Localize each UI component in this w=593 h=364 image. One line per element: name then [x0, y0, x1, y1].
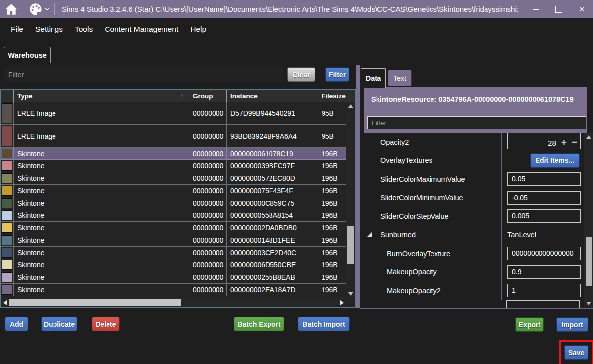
table-vertical-scrollbar[interactable] — [346, 102, 355, 298]
value-input[interactable]: -0.05 — [507, 191, 581, 205]
numeric-stepper[interactable]: 28 + − — [507, 133, 581, 149]
table-row[interactable]: Skintone 00000000 000000000C859C75 196B — [1, 197, 346, 209]
value-input[interactable]: 0000000000000000 — [507, 247, 581, 260]
menu-bar: FileSettingsToolsContent ManagementHelp — [0, 18, 593, 40]
resource-table: Type ↑ Group Instance Filesize LRLE Imag… — [0, 89, 356, 308]
batch-import-button[interactable]: Batch Import — [298, 317, 350, 331]
column-header-filesize[interactable]: Filesize — [318, 90, 337, 102]
table-row[interactable]: Skintone 00000000 00000000255B8EAB 196B — [1, 271, 346, 284]
export-button[interactable]: Export — [515, 317, 544, 332]
column-header-swatch[interactable] — [1, 90, 14, 102]
property-filter-input[interactable] — [367, 116, 586, 129]
column-header-type[interactable]: Type ↑ — [14, 90, 189, 102]
filesize-cell: 95B — [318, 102, 346, 125]
swatch-cell — [1, 284, 14, 296]
property-row: SliderColorStepValue 0.005 — [361, 207, 584, 226]
filesize-cell: 196B — [318, 209, 346, 222]
value-input[interactable]: 0.05 — [507, 172, 581, 186]
menu-item[interactable]: Help — [184, 25, 212, 34]
table-row[interactable]: Skintone 00000000 000000006D550CBE 196B — [1, 259, 346, 271]
scroll-down-icon[interactable] — [348, 292, 353, 296]
clipped-value-input — [506, 300, 580, 308]
value-input[interactable]: 1 — [507, 284, 581, 297]
table-row[interactable]: Skintone 00000000 000000002EA18A7D 196B — [1, 284, 346, 296]
value-input[interactable]: 0.9 — [507, 265, 581, 279]
maximize-button[interactable] — [547, 0, 570, 18]
property-value: 1 — [501, 281, 584, 300]
value-input[interactable]: 0.005 — [507, 209, 581, 223]
table-row[interactable]: Skintone 00000000 0000000061078C19 196B — [1, 148, 346, 160]
property-row: OverlayTextures Edit Items... — [361, 152, 584, 170]
instance-cell: 00000000558A8154 — [227, 209, 318, 222]
menu-item[interactable]: Settings — [29, 25, 69, 34]
menu-item[interactable]: File — [5, 25, 29, 34]
type-cell: Skintone — [14, 234, 189, 247]
property-grid-scrollbar[interactable] — [584, 133, 593, 308]
home-icon[interactable] — [0, 0, 23, 18]
clear-button[interactable]: Clear — [287, 67, 315, 82]
type-cell: LRLE Image — [14, 102, 189, 125]
add-button[interactable]: Add — [5, 317, 28, 331]
vertical-scroll-thumb[interactable] — [586, 237, 592, 286]
table-header: Type ↑ Group Instance Filesize — [1, 90, 355, 102]
warehouse-filter-input[interactable] — [4, 67, 284, 82]
group-cell: 00000000 — [189, 197, 227, 209]
delete-button[interactable]: Delete — [92, 317, 120, 331]
minimize-icon — [533, 9, 539, 10]
tab-data[interactable]: Data — [361, 68, 386, 88]
close-button[interactable]: ✕ — [570, 0, 593, 18]
table-row[interactable]: Skintone 00000000 0000000039BFC97F 196B — [1, 160, 346, 172]
table-row[interactable]: Skintone 00000000 0000000075F43F4F 196B — [1, 185, 346, 197]
table-horizontal-scrollbar[interactable] — [1, 298, 346, 307]
swatch-cell — [1, 197, 14, 209]
save-button[interactable]: Save — [564, 345, 588, 360]
instance-cell: D57D99B944540291 — [227, 102, 318, 125]
filter-button[interactable]: Filter — [325, 67, 349, 82]
vertical-scroll-thumb[interactable] — [347, 226, 354, 264]
scroll-up-icon[interactable] — [586, 135, 591, 139]
table-row[interactable]: Skintone 00000000 00000000148D1FEE 196B — [1, 234, 346, 247]
group-cell: 00000000 — [189, 247, 227, 259]
group-cell: 00000000 — [189, 102, 227, 125]
table-row[interactable]: Skintone 00000000 00000000572EC80D 196B — [1, 172, 346, 185]
plus-icon[interactable]: + — [561, 137, 567, 147]
scroll-down-icon[interactable] — [586, 302, 591, 305]
palette-icon[interactable] — [23, 0, 54, 18]
scroll-left-icon[interactable] — [3, 300, 7, 305]
filesize-cell: 196B — [318, 247, 346, 259]
group-cell: 00000000 — [189, 172, 227, 185]
group-cell: 00000000 — [189, 284, 227, 296]
menu-item[interactable]: Content Management — [99, 25, 184, 34]
table-row[interactable]: LRLE Image 00000000 D57D99B944540291 95B — [1, 102, 346, 125]
import-button[interactable]: Import — [556, 317, 588, 332]
group-cell: 00000000 — [189, 160, 227, 172]
minus-icon[interactable]: − — [572, 137, 577, 147]
type-cell: Skintone — [14, 284, 189, 296]
type-cell: Skintone — [14, 197, 189, 209]
table-row[interactable]: Skintone 00000000 000000003CE2D40C 196B — [1, 247, 346, 259]
menu-item[interactable]: Tools — [69, 25, 99, 34]
swatch-cell — [1, 148, 14, 160]
group-cell: 00000000 — [189, 125, 227, 148]
column-header-instance[interactable]: Instance — [227, 90, 318, 102]
scroll-right-icon[interactable] — [340, 300, 344, 305]
type-cell: Skintone — [14, 271, 189, 284]
edit-items-button[interactable]: Edit Items... — [530, 153, 580, 168]
column-header-group[interactable]: Group — [189, 90, 227, 102]
batch-export-button[interactable]: Batch Export — [234, 317, 284, 331]
minimize-button[interactable] — [525, 0, 547, 18]
table-row[interactable]: Skintone 00000000 00000000558A8154 196B — [1, 209, 346, 222]
expander-icon[interactable] — [367, 231, 373, 239]
tab-warehouse[interactable]: Warehouse — [4, 47, 51, 63]
duplicate-button[interactable]: Duplicate — [41, 317, 77, 331]
filesize-cell: 95B — [318, 125, 346, 148]
color-swatch — [2, 186, 12, 196]
horizontal-scroll-thumb[interactable] — [9, 299, 181, 306]
tab-text[interactable]: Text — [388, 70, 412, 86]
property-value: TanLevel — [501, 226, 584, 245]
table-row[interactable]: Skintone 00000000 000000002DA0BDB0 196B — [1, 222, 346, 234]
scroll-up-icon[interactable] — [348, 104, 353, 108]
table-row[interactable]: LRLE Image 00000000 93BD83924BF9A6A4 95B — [1, 125, 346, 148]
property-row: MakeupOpacity 0.9 — [361, 263, 584, 282]
color-swatch — [2, 248, 12, 258]
